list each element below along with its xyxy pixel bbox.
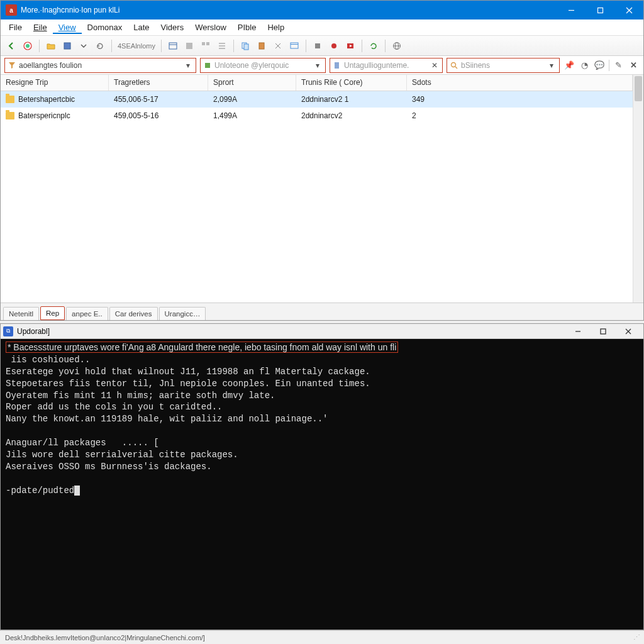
resize-grip-icon[interactable]: ⋰ xyxy=(633,633,639,641)
folder-open-icon[interactable] xyxy=(44,39,58,53)
save-icon[interactable] xyxy=(60,39,74,53)
svg-rect-9 xyxy=(186,43,192,49)
grid-icon[interactable] xyxy=(166,39,180,53)
doc-icon xyxy=(333,61,341,70)
tab-carderives[interactable]: Car derives xyxy=(109,307,158,320)
menu-viders[interactable]: Viders xyxy=(155,21,190,34)
svg-point-5 xyxy=(26,44,30,48)
vertical-scrollbar[interactable] xyxy=(633,75,643,303)
bell-icon[interactable]: ◔ xyxy=(579,59,590,72)
pin-icon[interactable]: 📌 xyxy=(564,59,575,72)
svg-rect-1 xyxy=(597,8,602,13)
maximize-button[interactable] xyxy=(586,1,614,19)
toolbar-label: 4SEAlnlomy xyxy=(116,42,157,50)
tab-anpec[interactable]: anpec E.. xyxy=(66,307,108,320)
stop-icon[interactable] xyxy=(311,39,325,53)
menu-eile[interactable]: Eile xyxy=(28,21,53,34)
close-button[interactable] xyxy=(614,1,643,19)
window-icon[interactable] xyxy=(287,39,301,53)
globe-icon[interactable] xyxy=(390,39,404,53)
chevron-down-icon: ▾ xyxy=(547,61,557,70)
menu-late[interactable]: Late xyxy=(128,21,155,34)
status-text: Desk!Jndbheiks.lemvItetion@unIanco2|Mrin… xyxy=(5,634,205,641)
svg-rect-26 xyxy=(205,63,210,68)
terminal-window: ⧉ Updorabl] * Bacesssture urptaves wore … xyxy=(0,323,644,630)
filter-combo-2[interactable]: Unloteone @ylerqouic ▾ xyxy=(200,58,326,73)
col-header[interactable]: Trunis Rile ( Core) xyxy=(296,75,407,91)
table-row[interactable]: Betershapertcbic 455,006·5-17 2,099A 2dd… xyxy=(1,91,633,108)
chevron-down-icon[interactable] xyxy=(77,39,91,53)
filter-combo-1[interactable]: aoellangtes foulion ▾ xyxy=(4,58,196,73)
chat-icon[interactable]: 💬 xyxy=(594,59,605,72)
table-row[interactable]: Baterspericnplc 459,005-5-16 1,499A 2ddn… xyxy=(1,108,633,124)
svg-rect-17 xyxy=(259,43,264,49)
svg-rect-6 xyxy=(64,43,70,49)
folder-icon xyxy=(6,112,14,119)
toolbar: 4SEAlnlomy xyxy=(1,36,643,56)
tiles-icon[interactable] xyxy=(199,39,213,53)
col-header[interactable]: Sprort xyxy=(208,75,296,91)
tab-rep[interactable]: Rep xyxy=(40,306,65,320)
svg-point-28 xyxy=(452,62,456,67)
refresh-icon[interactable] xyxy=(93,39,107,53)
menu-bar: File Eile View Domonax Late Viders Wersl… xyxy=(1,19,643,36)
svg-rect-31 xyxy=(601,329,606,334)
details-icon[interactable] xyxy=(215,39,229,53)
file-browser-window: a More.·Inaghcnnio·Ion pun klLi File Eil… xyxy=(0,0,644,321)
window-title: More.·Inaghcnnio·Ion pun klLi xyxy=(21,6,119,14)
minimize-button[interactable] xyxy=(565,325,591,338)
menu-pible[interactable]: PIble xyxy=(232,21,262,34)
menu-file[interactable]: File xyxy=(3,21,28,34)
close-filter-icon[interactable]: ✕ xyxy=(628,59,640,72)
clear-icon[interactable]: ✕ xyxy=(430,61,440,70)
col-header[interactable]: Tragretlers xyxy=(109,75,208,91)
table-area: Resigne Trip Tragretlers Sprort Trunis R… xyxy=(1,75,643,303)
tag-icon xyxy=(203,61,212,70)
filter-row: aoellangtes foulion ▾ Unloteone @ylerqou… xyxy=(1,56,643,75)
record-icon[interactable] xyxy=(327,39,341,53)
paste-icon[interactable] xyxy=(255,39,269,53)
col-header[interactable]: Sdots xyxy=(407,75,633,91)
svg-rect-18 xyxy=(291,43,298,48)
terminal-app-icon: ⧉ xyxy=(3,326,13,336)
terminal-output[interactable]: * Bacesssture urptaves wore fi'Ang a8 An… xyxy=(1,339,643,630)
back-button[interactable] xyxy=(4,39,18,53)
chevron-down-icon: ▾ xyxy=(313,61,323,70)
close-button[interactable] xyxy=(616,325,641,338)
folder-icon xyxy=(6,96,14,103)
menu-view[interactable]: View xyxy=(53,21,82,34)
sync-icon[interactable] xyxy=(367,39,380,53)
menu-help[interactable]: Help xyxy=(262,21,290,34)
funnel-icon xyxy=(8,61,16,70)
edit-icon[interactable]: ✎ xyxy=(613,59,625,72)
titlebar[interactable]: a More.·Inaghcnnio·Ion pun klLi xyxy=(1,1,643,19)
maximize-button[interactable] xyxy=(591,325,616,338)
copy-icon[interactable] xyxy=(238,39,252,53)
col-header[interactable]: Resigne Trip xyxy=(1,75,109,91)
tab-urangicc[interactable]: Urangicc… xyxy=(159,307,206,320)
menu-domonax[interactable]: Domonax xyxy=(82,21,128,34)
svg-rect-16 xyxy=(244,44,248,50)
svg-rect-7 xyxy=(169,43,177,49)
filter-combo-4[interactable]: bSiinens ▾ xyxy=(447,58,560,73)
browser-icon[interactable] xyxy=(21,39,35,53)
svg-rect-20 xyxy=(315,43,320,48)
chevron-down-icon: ▾ xyxy=(183,61,193,70)
scrollbar-thumb[interactable] xyxy=(635,76,642,101)
terminal-titlebar[interactable]: ⧉ Updorabl] xyxy=(1,324,643,339)
table-header: Resigne Trip Tragretlers Sprort Trunis R… xyxy=(1,75,633,91)
menu-werslow[interactable]: Werslow xyxy=(189,21,232,34)
svg-point-21 xyxy=(331,43,336,48)
minimize-button[interactable] xyxy=(557,1,586,19)
svg-rect-10 xyxy=(202,42,205,45)
list-icon[interactable] xyxy=(182,39,196,53)
terminal-title: Updorabl] xyxy=(17,327,50,336)
filter-combo-3[interactable]: Untagulliogunteme. ✕ xyxy=(330,58,443,73)
status-bar: Desk!Jndbheiks.lemvItetion@unIanco2|Mrin… xyxy=(0,630,644,644)
cut-icon[interactable] xyxy=(271,39,285,53)
svg-line-29 xyxy=(455,67,457,69)
search-icon xyxy=(450,61,458,70)
svg-rect-27 xyxy=(335,62,339,69)
tab-netenitl[interactable]: Netenitl xyxy=(3,307,39,320)
play-icon[interactable] xyxy=(343,39,357,53)
